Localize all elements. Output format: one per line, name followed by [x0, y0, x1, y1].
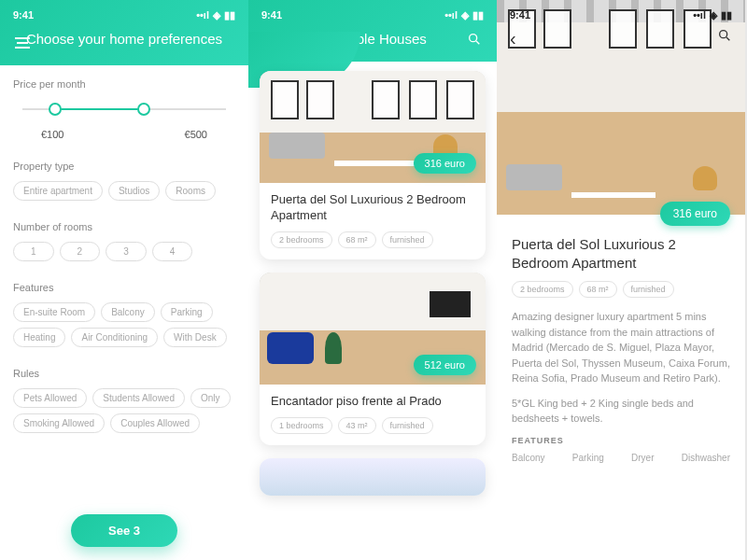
- hero-image: 316 euro: [497, 0, 745, 215]
- listing-title: Encantador piso frente al Prado: [271, 394, 474, 410]
- ptype-option[interactable]: Entire apartment: [13, 181, 103, 201]
- rooms-option[interactable]: 2: [60, 242, 101, 261]
- listing-tag: 68 m²: [338, 231, 376, 248]
- rooms-section: Number of rooms 1 2 3 4: [0, 208, 248, 269]
- listing-tag: 1 bedrooms: [271, 417, 332, 434]
- signal-icon: ••ıl: [196, 9, 209, 21]
- price-slider[interactable]: [13, 99, 235, 125]
- search-icon[interactable]: [717, 28, 732, 47]
- listing-image: 512 euro: [260, 273, 486, 385]
- status-indicators: ••ıl ◈ ▮▮: [693, 9, 732, 21]
- feature-option[interactable]: En-suite Room: [13, 302, 95, 322]
- see-results-button[interactable]: See 3: [71, 514, 177, 547]
- rooms-option[interactable]: 1: [13, 242, 54, 261]
- listing-tag: furnished: [382, 231, 433, 248]
- features-label: Features: [13, 282, 235, 293]
- ptype-label: Property type: [13, 161, 235, 172]
- rules-section: Rules Pets Allowed Students Allowed Only…: [0, 355, 248, 441]
- price-max: €500: [185, 129, 207, 140]
- detail-tag: 68 m²: [579, 281, 617, 298]
- status-bar: 9:41 ••ıl ◈ ▮▮: [248, 4, 497, 26]
- svg-line-1: [476, 41, 479, 44]
- rooms-option[interactable]: 3: [106, 242, 147, 261]
- status-time: 9:41: [261, 9, 282, 21]
- ptype-option[interactable]: Rooms: [165, 181, 216, 201]
- price-label: Price per month: [13, 78, 235, 90]
- price-badge: 316 euro: [414, 153, 476, 174]
- status-time: 9:41: [510, 9, 530, 21]
- price-badge: 512 euro: [414, 355, 476, 375]
- svg-point-2: [720, 31, 727, 38]
- svg-point-0: [470, 35, 477, 42]
- rule-option[interactable]: Students Allowed: [92, 388, 185, 408]
- screen-detail: 9:41 ••ıl ◈ ▮▮ ‹ 316 euro Puerta del Sol…: [497, 0, 745, 560]
- ptype-option[interactable]: Studios: [108, 181, 160, 201]
- back-icon[interactable]: ‹: [510, 28, 516, 49]
- feature-item: Balcony: [512, 453, 545, 463]
- listing-image: 316 euro: [260, 71, 486, 183]
- feature-item: Dryer: [631, 453, 654, 463]
- status-time: 9:41: [13, 9, 34, 21]
- battery-icon: ▮▮: [472, 9, 484, 21]
- listing-card[interactable]: 512 euro Encantador piso frente al Prado…: [260, 273, 486, 445]
- listing-image: [260, 458, 486, 496]
- detail-tag: furnished: [623, 281, 674, 298]
- rule-option[interactable]: Only: [190, 388, 231, 408]
- feature-option[interactable]: Parking: [161, 302, 213, 322]
- feature-option[interactable]: Heating: [13, 328, 65, 347]
- listing-tag: 2 bedrooms: [271, 231, 332, 248]
- ptype-section: Property type Entire apartment Studios R…: [0, 147, 248, 208]
- detail-tag: 2 bedrooms: [512, 281, 573, 298]
- search-icon[interactable]: [465, 30, 484, 49]
- signal-icon: ••ıl: [693, 9, 706, 21]
- price-section: Price per month €100 €500: [0, 65, 248, 147]
- listing-title: Puerta del Sol Luxurious 2 Bedroom Apart…: [271, 192, 474, 224]
- battery-icon: ▮▮: [224, 9, 235, 21]
- status-indicators: ••ıl ◈ ▮▮: [444, 9, 484, 21]
- menu-icon[interactable]: [13, 34, 32, 52]
- feature-item: Dishwasher: [682, 453, 730, 463]
- description: 5*GL King bed + 2 King single beds and b…: [512, 396, 730, 427]
- price-badge: 316 euro: [660, 202, 730, 226]
- status-bar: 9:41 ••ıl ◈ ▮▮: [0, 4, 248, 26]
- status-indicators: ••ıl ◈ ▮▮: [196, 9, 235, 21]
- listing-card[interactable]: [260, 458, 486, 496]
- rule-option[interactable]: Couples Allowed: [110, 413, 200, 433]
- feature-item: Parking: [572, 453, 604, 463]
- listing-card[interactable]: 316 euro Puerta del Sol Luxurious 2 Bedr…: [260, 71, 486, 259]
- wifi-icon: ◈: [461, 9, 469, 21]
- rule-option[interactable]: Smoking Allowed: [13, 413, 105, 433]
- listings-list: 316 euro Puerta del Sol Luxurious 2 Bedr…: [248, 62, 497, 518]
- back-icon[interactable]: ‹: [261, 30, 280, 49]
- svg-line-3: [726, 37, 729, 40]
- status-bar: 9:41 ••ıl ◈ ▮▮: [497, 4, 745, 26]
- price-min: €100: [41, 129, 63, 140]
- detail-title: Puerta del Sol Luxurious 2 Bedroom Apart…: [512, 235, 730, 272]
- rooms-option[interactable]: 4: [152, 242, 193, 261]
- wifi-icon: ◈: [213, 9, 220, 21]
- screen-preferences: 9:41 ••ıl ◈ ▮▮ Choose your home preferen…: [0, 0, 248, 560]
- page-title: Available Houses: [280, 30, 465, 49]
- battery-icon: ▮▮: [721, 9, 732, 21]
- features-section: Features En-suite Room Balcony Parking H…: [0, 269, 248, 355]
- rooms-label: Number of rooms: [13, 221, 235, 232]
- wifi-icon: ◈: [710, 9, 717, 21]
- screen-listings: 9:41 ••ıl ◈ ▮▮ ‹ Available Houses 316 eu…: [248, 0, 497, 560]
- listing-tag: furnished: [382, 417, 433, 434]
- signal-icon: ••ıl: [444, 9, 458, 21]
- listing-tag: 43 m²: [338, 417, 376, 434]
- description: Amazing designer luxury apartment 5 mins…: [512, 309, 730, 386]
- feature-option[interactable]: Air Conditioning: [71, 328, 158, 347]
- rules-label: Rules: [13, 368, 235, 379]
- rule-option[interactable]: Pets Allowed: [13, 388, 87, 408]
- features-heading: FEATURES: [512, 436, 730, 445]
- page-title: Choose your home preferences: [13, 30, 235, 49]
- feature-option[interactable]: With Desk: [163, 328, 227, 347]
- feature-option[interactable]: Balcony: [101, 302, 155, 322]
